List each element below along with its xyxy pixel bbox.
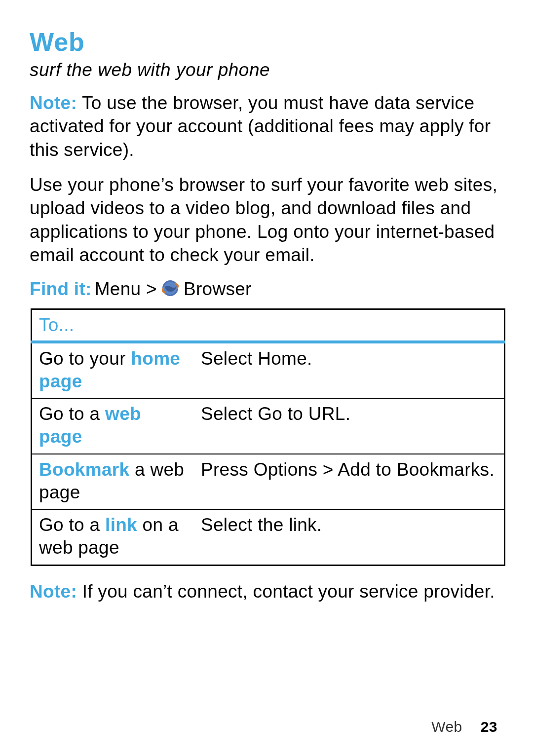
table-row: Go to a link on a web page Select the li…: [32, 509, 505, 565]
note-label: Note:: [30, 93, 77, 113]
text: Go to a: [39, 404, 105, 424]
text: Go to a: [39, 515, 105, 535]
table-row: Go to your home page Select Home.: [32, 342, 505, 399]
note-paragraph-2: Note: If you can’t connect, contact your…: [30, 580, 506, 603]
page-subtitle: surf the web with your phone: [30, 60, 506, 80]
manual-page: Web surf the web with your phone Note: T…: [0, 0, 533, 756]
actions-table: To... Go to your home page Select Home. …: [31, 308, 505, 566]
action-name: Bookmark a web page: [32, 454, 194, 510]
action-steps: Press Options > Add to Bookmarks.: [194, 454, 505, 510]
action-name: Go to a link on a web page: [32, 509, 194, 565]
page-footer: Web 23: [431, 718, 497, 735]
table-row: Go to a web page Select Go to URL.: [32, 398, 505, 454]
find-it-prefix: Menu >: [95, 279, 157, 300]
browser-icon: [162, 280, 179, 297]
table-header: To...: [32, 309, 505, 342]
action-name: Go to your home page: [32, 342, 194, 399]
action-steps: Select the link.: [194, 509, 505, 565]
find-it-label: Find it:: [30, 279, 92, 300]
action-steps: Select Go to URL.: [194, 398, 505, 454]
action-steps: Select Home.: [194, 342, 505, 399]
page-number: 23: [481, 718, 497, 735]
note-text: To use the browser, you must have data s…: [30, 93, 491, 160]
table-row: Bookmark a web page Press Options > Add …: [32, 454, 505, 510]
accent-term: link: [105, 515, 137, 535]
note-paragraph-1: Note: To use the browser, you must have …: [30, 91, 506, 161]
footer-section: Web: [431, 718, 462, 735]
text: Go to your: [39, 348, 131, 369]
find-it-suffix: Browser: [184, 279, 252, 300]
find-it-line: Find it: Menu > Browser: [30, 279, 506, 300]
intro-paragraph: Use your phone’s browser to surf your fa…: [30, 173, 506, 266]
page-heading: Web: [30, 27, 506, 57]
note-label: Note:: [30, 581, 77, 602]
action-name: Go to a web page: [32, 398, 194, 454]
accent-term: Bookmark: [39, 459, 129, 480]
note-text: If you can’t connect, contact your servi…: [77, 581, 495, 602]
